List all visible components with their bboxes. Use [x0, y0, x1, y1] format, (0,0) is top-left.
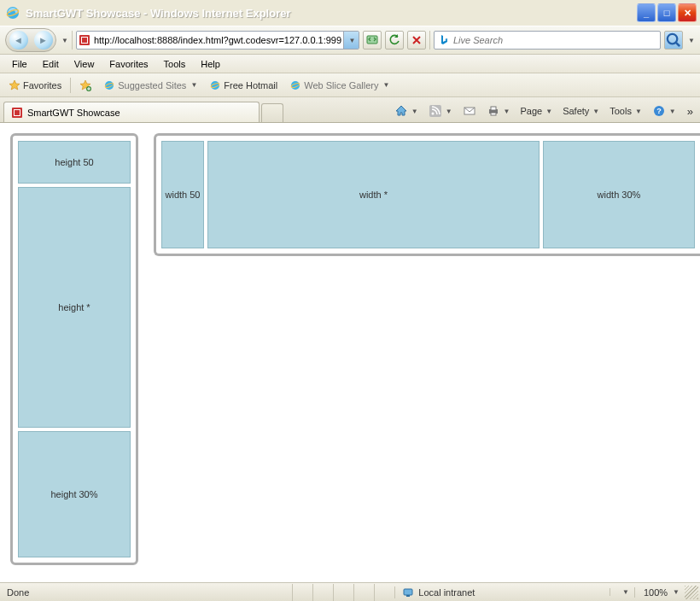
search-input[interactable] [453, 35, 656, 45]
cell-label: width * [359, 190, 388, 200]
new-tab-button[interactable] [261, 103, 283, 122]
status-pane [292, 584, 312, 601]
toolbar-overflow[interactable]: » [684, 105, 697, 118]
refresh-button[interactable] [385, 31, 404, 50]
ie-page-icon [289, 79, 301, 91]
menu-view[interactable]: View [67, 57, 102, 71]
chevron-down-icon: ▼ [673, 588, 680, 596]
chevron-down-icon: ▼ [635, 108, 642, 115]
protected-mode[interactable]: ▼ [610, 588, 634, 596]
address-dropdown[interactable]: ▼ [343, 32, 359, 49]
ie-page-icon [209, 79, 221, 91]
svg-text:?: ? [656, 107, 662, 115]
window-title: SmartGWT Showcase - Windows Internet Exp… [26, 7, 637, 20]
vertical-layout-panel: height 50 height * height 30% [10, 133, 138, 565]
chevron-down-icon: ▼ [504, 108, 510, 115]
safety-menu[interactable]: Safety ▼ [560, 104, 602, 118]
tab-favicon [11, 107, 23, 119]
star-icon [9, 79, 20, 91]
status-pane [333, 584, 353, 601]
menu-help[interactable]: Help [194, 57, 227, 71]
menu-favorites[interactable]: Favorites [102, 57, 155, 71]
search-go-button[interactable] [664, 31, 683, 50]
address-bar[interactable]: ▼ [76, 31, 359, 50]
cell-label: width 50 [166, 190, 201, 200]
security-zone[interactable]: Local intranet [394, 586, 610, 598]
svg-point-18 [431, 113, 434, 115]
svg-rect-21 [491, 107, 496, 110]
history-dropdown[interactable]: ▼ [61, 37, 68, 44]
ie-logo-icon [5, 5, 20, 20]
forward-button[interactable]: ► [34, 31, 53, 50]
feeds-button[interactable]: ▼ [426, 102, 455, 120]
search-provider-dropdown[interactable]: ▼ [688, 37, 695, 44]
menu-file[interactable]: File [5, 57, 34, 71]
suggested-sites-label: Suggested Sites [118, 80, 186, 90]
window-maximize-button[interactable]: □ [657, 3, 676, 22]
favorites-label: Favorites [23, 80, 61, 90]
tools-label: Tools [610, 106, 632, 116]
chevron-down-icon: ▼ [382, 81, 389, 89]
back-button[interactable]: ◄ [9, 31, 28, 50]
tools-menu[interactable]: Tools ▼ [607, 104, 645, 118]
mail-icon [463, 104, 476, 118]
page-menu[interactable]: Page ▼ [518, 104, 556, 118]
chevron-down-icon: ▼ [446, 108, 452, 115]
favorites-button[interactable]: Favorites [5, 78, 65, 93]
resize-grip[interactable] [685, 586, 698, 599]
svg-rect-16 [15, 110, 20, 115]
separator [72, 31, 73, 50]
menu-edit[interactable]: Edit [36, 57, 66, 71]
add-favorite-button[interactable] [76, 78, 95, 93]
cell-label: width 30% [598, 190, 641, 200]
status-bar: Done Local intranet ▼ 100% ▼ [0, 582, 700, 601]
safety-label: Safety [563, 106, 589, 116]
search-box[interactable] [434, 31, 661, 50]
nav-history-buttons: ◄ ► [5, 28, 56, 52]
page-label: Page [521, 106, 543, 116]
hlayout-cell-star: width * [207, 141, 540, 248]
vlayout-cell-star: height * [18, 187, 131, 428]
window-minimize-button[interactable]: _ [637, 3, 656, 22]
window-close-button[interactable]: ✕ [678, 3, 697, 22]
home-button[interactable]: ▼ [392, 102, 421, 120]
separator [70, 78, 71, 93]
compat-view-button[interactable] [363, 31, 382, 50]
chevron-down-icon: ▼ [190, 81, 197, 89]
zone-label: Local intranet [418, 587, 475, 598]
status-panes [292, 584, 394, 601]
suggested-sites-link[interactable]: Suggested Sites ▼ [100, 78, 201, 93]
separator [429, 31, 430, 50]
zoom-control[interactable]: 100% ▼ [634, 587, 685, 598]
status-text: Done [0, 587, 36, 598]
hlayout-cell-percent: width 30% [543, 141, 695, 248]
menu-tools[interactable]: Tools [157, 57, 193, 71]
free-hotmail-label: Free Hotmail [224, 80, 277, 90]
menu-bar: File Edit View Favorites Tools Help [0, 55, 700, 73]
home-icon [394, 104, 408, 118]
site-favicon [77, 34, 92, 46]
status-pane [312, 584, 333, 601]
help-button[interactable]: ? ▼ [650, 102, 679, 120]
web-slice-link[interactable]: Web Slice Gallery ▼ [286, 78, 393, 93]
print-button[interactable]: ▼ [484, 102, 513, 120]
web-slice-label: Web Slice Gallery [304, 80, 378, 90]
address-input[interactable] [92, 32, 343, 49]
page-content: height 50 height * height 30% width 50 w… [0, 123, 700, 582]
free-hotmail-link[interactable]: Free Hotmail [206, 78, 281, 93]
cell-label: height 50 [55, 157, 93, 167]
chevron-down-icon: ▼ [669, 108, 676, 115]
stop-button[interactable] [407, 31, 426, 50]
browser-tab[interactable]: SmartGWT Showcase [3, 102, 260, 122]
chevron-down-icon: ▼ [622, 588, 629, 596]
vlayout-cell-fixed: height 50 [18, 141, 131, 184]
read-mail-button[interactable] [460, 102, 479, 120]
vlayout-cell-percent: height 30% [18, 431, 131, 557]
print-icon [487, 104, 500, 118]
svg-point-6 [668, 34, 677, 44]
cell-label: height 30% [50, 489, 97, 499]
help-icon: ? [652, 104, 666, 118]
horizontal-layout-panel: width 50 width * width 30% [154, 133, 700, 256]
favorites-bar: Favorites Suggested Sites ▼ Free Hotmail… [0, 73, 700, 97]
chevron-down-icon: ▼ [545, 108, 552, 115]
